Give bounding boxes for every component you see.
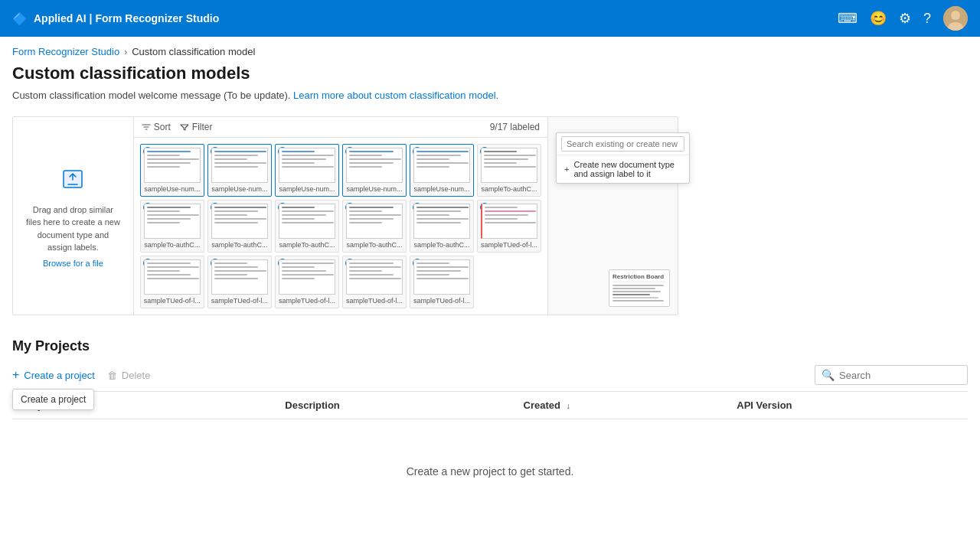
upload-text: Drag and drop similar files here to crea… bbox=[25, 204, 121, 254]
col-api-version-label: API Version bbox=[737, 399, 792, 411]
card-label-3: sampleUse-num... bbox=[279, 185, 335, 193]
card-label-14: sampleTUed-of-l... bbox=[211, 297, 268, 305]
thumb-9 bbox=[279, 204, 335, 239]
upload-icon bbox=[59, 165, 87, 197]
thumb-10 bbox=[346, 204, 403, 239]
thumb-8 bbox=[211, 204, 268, 239]
search-icon: 🔍 bbox=[822, 369, 835, 381]
learn-more-link[interactable]: Learn more about custom classification m… bbox=[293, 90, 498, 101]
image-card-9[interactable]: ✕ sampleTo-authC... bbox=[275, 200, 339, 253]
image-card-8[interactable]: ✕ sampleTo-authC... bbox=[207, 200, 272, 253]
context-menu: + Create new document type and assign la… bbox=[556, 132, 690, 184]
thumb-6 bbox=[481, 148, 537, 183]
page-description: Custom classification model welcome mess… bbox=[12, 90, 968, 101]
card-label-12: sampleTUed-of-l... bbox=[481, 241, 537, 249]
projects-toolbar: + Create a project Create a project 🗑 De… bbox=[12, 365, 968, 385]
projects-section: My Projects + Create a project Create a … bbox=[0, 338, 980, 523]
card-label-1: sampleUse-num... bbox=[144, 185, 201, 193]
label-line-6 bbox=[612, 300, 664, 302]
sort-btn[interactable]: Sort bbox=[142, 122, 171, 132]
header: 🔷 Applied AI | Form Recognizer Studio ⌨ … bbox=[0, 0, 980, 37]
upload-panel: Drag and drop similar files here to crea… bbox=[13, 117, 134, 315]
create-new-type-label: Create new document type and assign labe… bbox=[573, 160, 681, 178]
col-description-label: Description bbox=[285, 399, 340, 411]
page-title: Custom classification models bbox=[12, 64, 968, 83]
image-card-14[interactable]: ✕ sampleTUed-of-l... bbox=[207, 256, 272, 308]
thumb-4 bbox=[346, 148, 403, 183]
description-text: Custom classification model welcome mess… bbox=[12, 90, 290, 101]
breadcrumb-home[interactable]: Form Recognizer Studio bbox=[12, 46, 119, 57]
image-card-13[interactable]: ✕ sampleTUed-of-l... bbox=[140, 256, 204, 308]
image-card-11[interactable]: ✕ sampleTo-authC... bbox=[410, 200, 474, 253]
context-search-input[interactable] bbox=[561, 136, 684, 152]
settings-icon[interactable]: ⚙ bbox=[899, 10, 911, 27]
context-search-area bbox=[557, 133, 689, 155]
feedback-icon[interactable]: 😊 bbox=[870, 10, 887, 27]
card-label-5: sampleUse-num... bbox=[413, 185, 470, 193]
thumb-2 bbox=[211, 148, 268, 183]
thumb-7 bbox=[144, 204, 201, 239]
plus-icon: + bbox=[12, 369, 19, 381]
browse-link[interactable]: Browse for a file bbox=[43, 259, 103, 268]
labeled-count: 9/17 labeled bbox=[490, 122, 540, 132]
card-label-13: sampleTUed-of-l... bbox=[144, 297, 201, 305]
col-api-version[interactable]: API Version bbox=[727, 392, 968, 419]
create-project-button[interactable]: + Create a project bbox=[12, 366, 95, 384]
create-new-type-item[interactable]: + Create new document type and assign la… bbox=[557, 155, 689, 183]
delete-button[interactable]: 🗑 Delete bbox=[107, 367, 151, 384]
thumb-14 bbox=[211, 259, 268, 295]
card-label-11: sampleTo-authC... bbox=[413, 241, 470, 249]
label-preview: Restriction Board bbox=[609, 269, 670, 307]
card-label-17: sampleTUed-of-l... bbox=[413, 297, 470, 305]
image-card-12[interactable]: ✕ sampleTUed-of-l... bbox=[477, 200, 541, 253]
header-icons: ⌨ 😊 ⚙ ? bbox=[838, 6, 968, 31]
thumb-17 bbox=[413, 259, 470, 295]
image-grid-panel: Sort Filter 9/17 labeled bbox=[134, 117, 547, 315]
grid-toolbar: Sort Filter 9/17 labeled bbox=[134, 117, 547, 138]
image-grid: sampleUse-num... sampleUse-num... bbox=[134, 138, 547, 315]
app-title: Applied AI | Form Recognizer Studio bbox=[34, 12, 219, 24]
filter-btn[interactable]: Filter bbox=[180, 122, 213, 132]
page-content: Custom classification models Custom clas… bbox=[0, 64, 980, 315]
projects-table: Project name Description Created ↓ API V… bbox=[12, 391, 968, 419]
image-card-17[interactable]: ✕ sampleTUed-of-l... bbox=[410, 256, 474, 308]
image-card-6[interactable]: ✕ sampleTo-authC... bbox=[477, 144, 541, 197]
image-card-4[interactable]: sampleUse-num... bbox=[342, 144, 407, 197]
thumb-12 bbox=[481, 204, 537, 239]
image-card-10[interactable]: ✕ sampleTo-authC... bbox=[342, 200, 407, 253]
app-title-area: 🔷 Applied AI | Form Recognizer Studio bbox=[12, 11, 219, 26]
col-description[interactable]: Description bbox=[276, 392, 514, 419]
svg-point-1 bbox=[951, 11, 960, 20]
card-label-9: sampleTo-authC... bbox=[279, 241, 335, 249]
projects-title: My Projects bbox=[12, 338, 968, 354]
image-card-7[interactable]: ✕ sampleTo-authC... bbox=[140, 200, 204, 253]
breadcrumb-separator: › bbox=[124, 47, 127, 57]
breadcrumb: Form Recognizer Studio › Custom classifi… bbox=[0, 37, 980, 64]
card-label-7: sampleTo-authC... bbox=[144, 241, 201, 249]
create-project-tooltip: Create a project bbox=[12, 389, 94, 410]
thumb-15 bbox=[279, 259, 335, 295]
keyboard-icon[interactable]: ⌨ bbox=[838, 10, 858, 27]
image-card-2[interactable]: sampleUse-num... bbox=[207, 144, 272, 197]
card-label-16: sampleTUed-of-l... bbox=[346, 297, 403, 305]
image-card-3[interactable]: sampleUse-num... bbox=[275, 144, 339, 197]
toolbar-left: + Create a project Create a project 🗑 De… bbox=[12, 366, 150, 384]
search-input[interactable] bbox=[839, 370, 961, 381]
table-header: Project name Description Created ↓ API V… bbox=[12, 392, 968, 419]
thumb-16 bbox=[346, 259, 403, 295]
thumb-13 bbox=[144, 259, 201, 295]
card-label-2: sampleUse-num... bbox=[211, 185, 268, 193]
thumb-1 bbox=[144, 148, 201, 183]
avatar[interactable] bbox=[943, 6, 968, 31]
label-line-2 bbox=[612, 288, 655, 289]
col-created[interactable]: Created ↓ bbox=[514, 392, 728, 419]
sort-desc-icon: ↓ bbox=[567, 401, 571, 410]
card-label-4: sampleUse-num... bbox=[346, 185, 403, 193]
image-card-15[interactable]: ✕ sampleTUed-of-l... bbox=[275, 256, 339, 308]
help-icon[interactable]: ? bbox=[923, 11, 931, 27]
image-card-5[interactable]: sampleUse-num... bbox=[410, 144, 474, 197]
image-card-1[interactable]: sampleUse-num... bbox=[140, 144, 204, 197]
breadcrumb-current: Custom classification model bbox=[132, 46, 255, 57]
card-label-15: sampleTUed-of-l... bbox=[279, 297, 335, 305]
image-card-16[interactable]: ✕ sampleTUed-of-l... bbox=[342, 256, 407, 308]
